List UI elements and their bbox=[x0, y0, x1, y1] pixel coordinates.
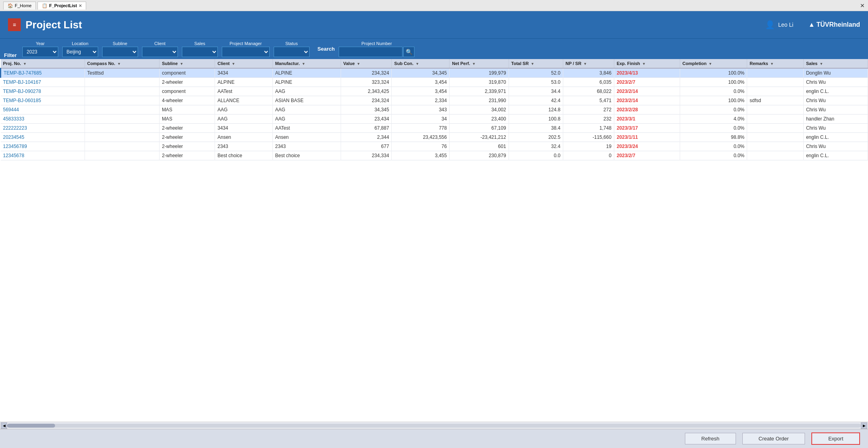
scroll-right-button[interactable]: ▶ bbox=[861, 422, 867, 429]
sales-filter-select[interactable] bbox=[182, 47, 218, 57]
cell-sales: englin C.L. bbox=[803, 151, 868, 160]
cell-npSR: 1,748 bbox=[563, 124, 614, 133]
cell-client: 3434 bbox=[215, 68, 272, 78]
cell-netPerf: 2,339,971 bbox=[450, 87, 509, 96]
cell-compassNo bbox=[85, 96, 159, 105]
tab-home[interactable]: 🏠 F_Home bbox=[3, 2, 36, 10]
subline-filter-label: Subline bbox=[102, 41, 138, 46]
col-header-manufacturer[interactable]: Manufactur. ▼ bbox=[272, 59, 341, 68]
search-button[interactable]: 🔍 bbox=[403, 47, 414, 57]
subline-filter-select[interactable] bbox=[102, 47, 138, 57]
tab-close-icon[interactable]: ✕ bbox=[79, 4, 82, 8]
scroll-left-button[interactable]: ◀ bbox=[1, 422, 7, 429]
tab-projectlist[interactable]: 📋 F_ProjectList ✕ bbox=[37, 2, 86, 10]
table-row[interactable]: 2222222232-wheeler3434AATest67,88777867,… bbox=[1, 124, 868, 133]
cell-compassNo: Testttsd bbox=[85, 68, 159, 78]
table-row[interactable]: TEMP-BJ-1041672-wheelerALPINEALPINE323,3… bbox=[1, 78, 868, 87]
cell-totalSR: 34.4 bbox=[509, 87, 563, 96]
location-filter-label: Location bbox=[62, 41, 98, 46]
col-header-subcon[interactable]: Sub Con. ▼ bbox=[392, 59, 450, 68]
cell-netPerf: 199,979 bbox=[450, 68, 509, 78]
search-input[interactable] bbox=[339, 47, 402, 57]
filter-client-group: Client bbox=[142, 41, 178, 57]
col-header-proj-no[interactable]: Proj. No. ▼ bbox=[1, 59, 85, 68]
cell-projNo[interactable]: 20234545 bbox=[1, 133, 85, 142]
cell-completion: 98.8% bbox=[680, 133, 747, 142]
col-header-totalsr[interactable]: Total SR ▼ bbox=[509, 59, 563, 68]
cell-npSR: 0 bbox=[563, 151, 614, 160]
col-header-remarks[interactable]: Remarks ▼ bbox=[747, 59, 803, 68]
cell-compassNo bbox=[85, 105, 159, 114]
cell-subline: 2-wheeler bbox=[159, 142, 215, 151]
table-row[interactable]: 1234567892-wheeler234323436777660132.419… bbox=[1, 142, 868, 151]
table-row[interactable]: 123456782-wheelerBest choiceBest choice2… bbox=[1, 151, 868, 160]
app-logo: ≡ bbox=[8, 18, 21, 31]
cell-projNo[interactable]: TEMP-BJ-060185 bbox=[1, 96, 85, 105]
status-filter-select[interactable] bbox=[274, 47, 310, 57]
cell-projNo[interactable]: TEMP-BJ-747685 bbox=[1, 68, 85, 78]
cell-subCon: 3,454 bbox=[392, 78, 450, 87]
user-name: Leo Li bbox=[778, 22, 793, 28]
cell-projNo[interactable]: 222222223 bbox=[1, 124, 85, 133]
cell-netPerf: -23,421,212 bbox=[450, 133, 509, 142]
cell-totalSR: 42.4 bbox=[509, 96, 563, 105]
col-header-compass-no[interactable]: Compass No. ▼ bbox=[85, 59, 159, 68]
col-header-client[interactable]: Client ▼ bbox=[215, 59, 272, 68]
cell-projNo[interactable]: 45833333 bbox=[1, 114, 85, 124]
cell-value: 34,345 bbox=[341, 105, 392, 114]
pm-filter-select[interactable] bbox=[222, 47, 270, 57]
cell-totalSR: 32.4 bbox=[509, 142, 563, 151]
cell-sales: Chris Wu bbox=[803, 105, 868, 114]
table-row[interactable]: TEMP-BJ-747685Testttsdcomponent3434ALPIN… bbox=[1, 68, 868, 78]
window-close-button[interactable]: ✕ bbox=[860, 2, 865, 9]
filter-status-group: Status bbox=[274, 41, 310, 57]
cell-value: 2,343,425 bbox=[341, 87, 392, 96]
table-row[interactable]: 202345452-wheelerAnsenAnsen2,34423,423,5… bbox=[1, 133, 868, 142]
cell-compassNo bbox=[85, 151, 159, 160]
col-header-expfinish[interactable]: Exp. Finish ▼ bbox=[614, 59, 680, 68]
cell-projNo[interactable]: 123456789 bbox=[1, 142, 85, 151]
cell-remarks bbox=[747, 114, 803, 124]
cell-expFinish: 2023/2/14 bbox=[614, 87, 680, 96]
client-filter-label: Client bbox=[142, 41, 178, 46]
cell-netPerf: 23,400 bbox=[450, 114, 509, 124]
scrollbar-thumb[interactable] bbox=[7, 424, 55, 428]
table-wrapper[interactable]: Proj. No. ▼ Compass No. ▼ Subline ▼ Clie… bbox=[0, 59, 868, 422]
col-header-subline[interactable]: Subline ▼ bbox=[159, 59, 215, 68]
cell-subline: MAS bbox=[159, 114, 215, 124]
cell-projNo[interactable]: 12345678 bbox=[1, 151, 85, 160]
location-filter-select[interactable]: Beijing bbox=[62, 47, 98, 57]
table-row[interactable]: 569444MASAAGAAG34,34534334,002124.827220… bbox=[1, 105, 868, 114]
main-layout: ≡ Project List 👤 Leo Li ▲ TÜVRheinland F… bbox=[0, 11, 868, 448]
cell-expFinish: 2023/1/11 bbox=[614, 133, 680, 142]
cell-remarks bbox=[747, 68, 803, 78]
cell-value: 234,324 bbox=[341, 96, 392, 105]
home-tab-label: F_Home bbox=[15, 3, 32, 8]
table-row[interactable]: TEMP-BJ-0601854-wheelerALLANCEASIAN BASE… bbox=[1, 96, 868, 105]
export-button[interactable]: Export bbox=[811, 432, 860, 445]
user-info: 👤 Leo Li ▲ TÜVRheinland bbox=[765, 20, 860, 30]
col-header-npsr[interactable]: NP / SR ▼ bbox=[563, 59, 614, 68]
cell-projNo[interactable]: TEMP-BJ-104167 bbox=[1, 78, 85, 87]
page-title: Project List bbox=[26, 19, 82, 31]
table-header-row: Proj. No. ▼ Compass No. ▼ Subline ▼ Clie… bbox=[1, 59, 868, 68]
col-header-completion[interactable]: Completion ▼ bbox=[680, 59, 747, 68]
horizontal-scrollbar[interactable]: ◀ ▶ bbox=[0, 422, 868, 429]
table-row[interactable]: 45833333MASAAGAAG23,4343423,400100.82322… bbox=[1, 114, 868, 124]
cell-projNo[interactable]: TEMP-BJ-090278 bbox=[1, 87, 85, 96]
refresh-button[interactable]: Refresh bbox=[685, 433, 736, 444]
col-header-netperf[interactable]: Net Perf. ▼ bbox=[450, 59, 509, 68]
client-filter-select[interactable] bbox=[142, 47, 178, 57]
col-header-value[interactable]: Value ▼ bbox=[341, 59, 392, 68]
cell-manufacturer: Ansen bbox=[272, 133, 341, 142]
cell-projNo[interactable]: 569444 bbox=[1, 105, 85, 114]
table-body: TEMP-BJ-747685Testttsdcomponent3434ALPIN… bbox=[1, 68, 868, 160]
year-filter-select[interactable]: 2023 bbox=[22, 47, 58, 57]
create-order-button[interactable]: Create Order bbox=[742, 433, 805, 444]
table-row[interactable]: TEMP-BJ-090278componentAATestAAG2,343,42… bbox=[1, 87, 868, 96]
cell-npSR: 6,035 bbox=[563, 78, 614, 87]
col-header-sales[interactable]: Sales ▼ bbox=[803, 59, 868, 68]
cell-value: 323,324 bbox=[341, 78, 392, 87]
scrollbar-track[interactable] bbox=[7, 424, 861, 428]
cell-totalSR: 52.0 bbox=[509, 68, 563, 78]
